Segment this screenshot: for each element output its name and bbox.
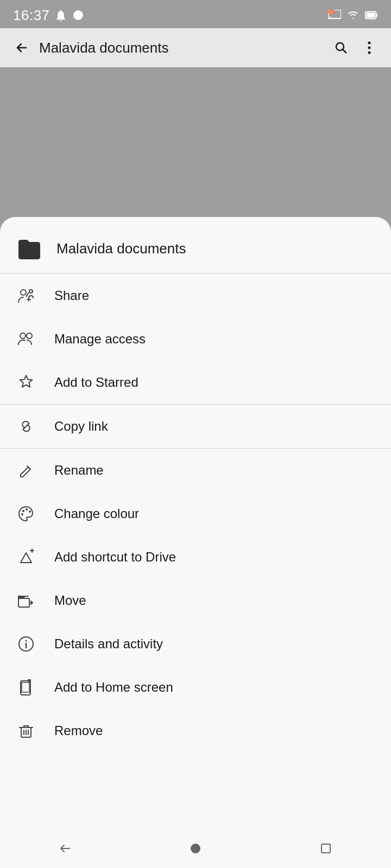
folder-icon bbox=[15, 234, 43, 263]
link-icon bbox=[15, 416, 37, 437]
star-icon bbox=[15, 372, 37, 393]
svg-point-8 bbox=[368, 42, 371, 44]
svg-rect-25 bbox=[18, 598, 29, 607]
svg-point-17 bbox=[27, 333, 32, 339]
add-shortcut-label: Add shortcut to Drive bbox=[54, 550, 176, 565]
svg-point-36 bbox=[191, 844, 200, 853]
svg-rect-2 bbox=[328, 16, 331, 18]
copy-link-label: Copy link bbox=[54, 419, 108, 434]
svg-point-16 bbox=[20, 333, 26, 339]
home-screen-label: Add to Home screen bbox=[54, 680, 173, 695]
svg-point-21 bbox=[26, 508, 28, 510]
svg-point-19 bbox=[21, 513, 23, 515]
menu-item-copy-link[interactable]: Copy link bbox=[0, 405, 391, 448]
svg-point-28 bbox=[26, 640, 27, 642]
menu-item-share[interactable]: Share bbox=[0, 274, 391, 317]
details-label: Details and activity bbox=[54, 636, 163, 652]
menu-item-add-shortcut[interactable]: Add shortcut to Drive bbox=[0, 535, 391, 579]
wifi-icon bbox=[346, 9, 360, 22]
move-label: Move bbox=[54, 593, 86, 608]
svg-rect-6 bbox=[367, 12, 375, 17]
nav-home-button[interactable] bbox=[174, 833, 217, 864]
menu-item-home-screen[interactable]: Add to Home screen bbox=[0, 666, 391, 709]
battery-icon bbox=[365, 9, 378, 22]
more-options-button[interactable] bbox=[356, 35, 382, 61]
remove-label: Remove bbox=[54, 723, 103, 738]
notification-icon bbox=[54, 9, 67, 22]
menu-item-details[interactable]: Details and activity bbox=[0, 622, 391, 666]
shortcut-icon bbox=[15, 546, 37, 568]
manage-access-icon bbox=[15, 328, 37, 350]
menu-item-rename[interactable]: Rename bbox=[0, 449, 391, 492]
app-bar: Malavida documents bbox=[0, 28, 391, 67]
rename-icon bbox=[15, 459, 37, 481]
menu-item-add-starred[interactable]: Add to Starred bbox=[0, 361, 391, 404]
svg-rect-3 bbox=[328, 10, 335, 14]
status-time: 16:37 bbox=[13, 7, 50, 24]
app-bar-title: Malavida documents bbox=[39, 40, 328, 56]
svg-point-11 bbox=[21, 290, 26, 295]
menu-item-remove[interactable]: Remove bbox=[0, 709, 391, 752]
trash-icon bbox=[15, 720, 37, 742]
cast-icon bbox=[328, 9, 341, 22]
bottom-sheet: Malavida documents Share bbox=[0, 217, 391, 868]
move-icon bbox=[15, 590, 37, 611]
nav-back-button[interactable] bbox=[43, 833, 87, 864]
svg-point-0 bbox=[73, 10, 83, 20]
app-bar-actions bbox=[328, 35, 382, 61]
svg-point-22 bbox=[29, 510, 31, 513]
svg-point-9 bbox=[368, 47, 371, 49]
back-button[interactable] bbox=[9, 35, 35, 61]
svg-rect-5 bbox=[376, 14, 377, 17]
change-colour-label: Change colour bbox=[54, 506, 139, 521]
media-icon bbox=[72, 9, 85, 22]
info-icon bbox=[15, 633, 37, 655]
nav-recents-button[interactable] bbox=[304, 833, 348, 864]
menu-item-move[interactable]: Move bbox=[0, 579, 391, 622]
rename-label: Rename bbox=[54, 463, 104, 478]
share-person-icon bbox=[15, 285, 37, 307]
manage-access-label: Manage access bbox=[54, 331, 146, 347]
sheet-header: Malavida documents bbox=[0, 217, 391, 273]
menu-item-manage-access[interactable]: Manage access bbox=[0, 317, 391, 361]
nav-bar bbox=[0, 829, 391, 868]
status-right bbox=[328, 9, 378, 22]
menu-item-change-colour[interactable]: Change colour bbox=[0, 492, 391, 535]
share-label: Share bbox=[54, 288, 89, 303]
svg-point-12 bbox=[29, 290, 33, 293]
background-area bbox=[0, 67, 391, 219]
add-starred-label: Add to Starred bbox=[54, 375, 138, 390]
status-bar: 16:37 bbox=[0, 0, 391, 28]
status-left: 16:37 bbox=[13, 7, 85, 24]
svg-rect-37 bbox=[321, 844, 330, 853]
home-screen-icon bbox=[15, 676, 37, 698]
sheet-title: Malavida documents bbox=[56, 240, 186, 257]
svg-rect-30 bbox=[22, 682, 29, 692]
palette-icon bbox=[15, 503, 37, 525]
svg-point-10 bbox=[368, 52, 371, 54]
svg-point-20 bbox=[22, 510, 24, 512]
svg-line-18 bbox=[23, 424, 29, 429]
search-button[interactable] bbox=[328, 35, 354, 61]
